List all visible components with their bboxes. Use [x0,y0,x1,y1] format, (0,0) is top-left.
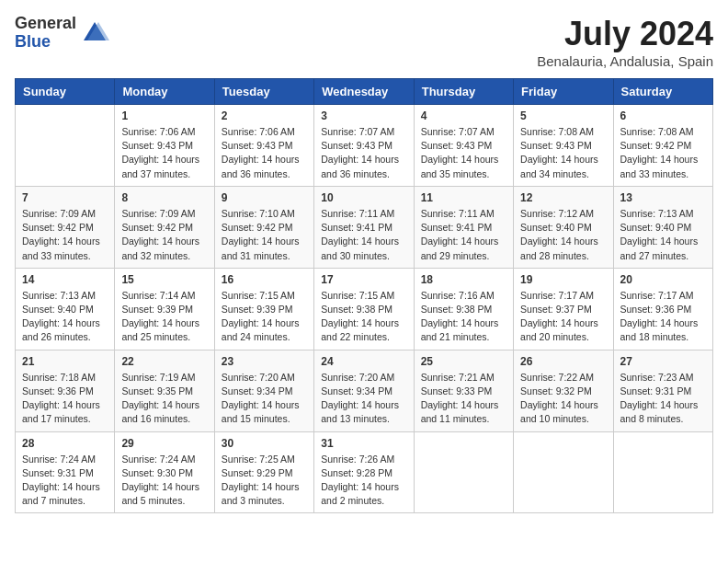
calendar-cell: 3Sunrise: 7:07 AM Sunset: 9:43 PM Daylig… [314,105,414,187]
day-info: Sunrise: 7:07 AM Sunset: 9:43 PM Dayligh… [321,125,406,181]
calendar-cell: 2Sunrise: 7:06 AM Sunset: 9:43 PM Daylig… [214,105,313,187]
calendar-table: SundayMondayTuesdayWednesdayThursdayFrid… [15,78,713,513]
calendar-cell: 14Sunrise: 7:13 AM Sunset: 9:40 PM Dayli… [16,268,115,350]
calendar-week-row: 14Sunrise: 7:13 AM Sunset: 9:40 PM Dayli… [16,268,713,350]
day-info: Sunrise: 7:23 AM Sunset: 9:31 PM Dayligh… [620,371,706,427]
calendar-cell: 22Sunrise: 7:19 AM Sunset: 9:35 PM Dayli… [115,350,214,431]
calendar-cell: 16Sunrise: 7:15 AM Sunset: 9:39 PM Dayli… [214,268,313,350]
day-number: 24 [321,355,406,368]
calendar-cell [414,431,513,513]
calendar-cell: 27Sunrise: 7:23 AM Sunset: 9:31 PM Dayli… [613,350,712,431]
calendar-cell: 18Sunrise: 7:16 AM Sunset: 9:38 PM Dayli… [414,268,513,350]
calendar-cell: 13Sunrise: 7:13 AM Sunset: 9:40 PM Dayli… [613,186,712,268]
day-number: 28 [22,437,108,450]
page-header: General Blue July 2024 Benalauria, Andal… [15,15,713,69]
calendar-cell: 28Sunrise: 7:24 AM Sunset: 9:31 PM Dayli… [16,431,115,513]
calendar-cell: 12Sunrise: 7:12 AM Sunset: 9:40 PM Dayli… [514,186,613,268]
day-number: 7 [22,191,108,204]
calendar-cell: 9Sunrise: 7:10 AM Sunset: 9:42 PM Daylig… [214,186,313,268]
day-number: 29 [121,437,207,450]
day-number: 11 [421,191,506,204]
day-info: Sunrise: 7:13 AM Sunset: 9:40 PM Dayligh… [22,289,108,345]
day-number: 19 [520,273,606,286]
day-number: 25 [421,355,506,368]
calendar-cell [514,431,613,513]
day-number: 22 [121,355,207,368]
calendar-cell: 25Sunrise: 7:21 AM Sunset: 9:33 PM Dayli… [414,350,513,431]
day-info: Sunrise: 7:20 AM Sunset: 9:34 PM Dayligh… [321,371,406,427]
day-number: 16 [222,273,307,286]
day-number: 13 [620,191,706,204]
calendar-week-row: 28Sunrise: 7:24 AM Sunset: 9:31 PM Dayli… [16,431,713,513]
day-info: Sunrise: 7:24 AM Sunset: 9:31 PM Dayligh… [22,453,108,509]
day-number: 26 [520,355,606,368]
calendar-cell: 17Sunrise: 7:15 AM Sunset: 9:38 PM Dayli… [314,268,414,350]
day-number: 14 [22,273,108,286]
calendar-cell: 7Sunrise: 7:09 AM Sunset: 9:42 PM Daylig… [16,186,115,268]
calendar-cell: 19Sunrise: 7:17 AM Sunset: 9:37 PM Dayli… [514,268,613,350]
calendar-cell [613,431,712,513]
calendar-header-row: SundayMondayTuesdayWednesdayThursdayFrid… [16,79,713,105]
logo-icon [80,18,109,48]
day-info: Sunrise: 7:06 AM Sunset: 9:43 PM Dayligh… [121,125,207,181]
day-number: 6 [620,109,706,122]
day-info: Sunrise: 7:22 AM Sunset: 9:32 PM Dayligh… [520,371,606,427]
calendar-cell: 29Sunrise: 7:24 AM Sunset: 9:30 PM Dayli… [115,431,214,513]
day-number: 12 [520,191,606,204]
calendar-cell: 21Sunrise: 7:18 AM Sunset: 9:36 PM Dayli… [16,350,115,431]
day-info: Sunrise: 7:24 AM Sunset: 9:30 PM Dayligh… [121,453,207,509]
day-info: Sunrise: 7:25 AM Sunset: 9:29 PM Dayligh… [222,453,307,509]
day-number: 27 [620,355,706,368]
day-number: 30 [222,437,307,450]
day-number: 5 [520,109,606,122]
day-number: 20 [620,273,706,286]
day-number: 15 [121,273,207,286]
calendar-cell: 30Sunrise: 7:25 AM Sunset: 9:29 PM Dayli… [214,431,313,513]
day-info: Sunrise: 7:21 AM Sunset: 9:33 PM Dayligh… [421,371,506,427]
day-info: Sunrise: 7:16 AM Sunset: 9:38 PM Dayligh… [421,289,506,345]
day-info: Sunrise: 7:17 AM Sunset: 9:36 PM Dayligh… [620,289,706,345]
calendar-cell: 1Sunrise: 7:06 AM Sunset: 9:43 PM Daylig… [115,105,214,187]
day-info: Sunrise: 7:10 AM Sunset: 9:42 PM Dayligh… [222,207,307,263]
day-number: 1 [121,109,207,122]
day-number: 21 [22,355,108,368]
calendar-cell: 6Sunrise: 7:08 AM Sunset: 9:42 PM Daylig… [613,105,712,187]
calendar-day-header: Saturday [613,79,712,105]
calendar-day-header: Thursday [414,79,513,105]
logo: General Blue [15,15,109,52]
day-number: 17 [321,273,406,286]
day-info: Sunrise: 7:11 AM Sunset: 9:41 PM Dayligh… [421,207,506,263]
day-info: Sunrise: 7:12 AM Sunset: 9:40 PM Dayligh… [520,207,606,263]
day-info: Sunrise: 7:19 AM Sunset: 9:35 PM Dayligh… [121,371,207,427]
calendar-day-header: Wednesday [314,79,414,105]
day-number: 10 [321,191,406,204]
day-info: Sunrise: 7:13 AM Sunset: 9:40 PM Dayligh… [620,207,706,263]
calendar-cell: 24Sunrise: 7:20 AM Sunset: 9:34 PM Dayli… [314,350,414,431]
day-number: 18 [421,273,506,286]
calendar-cell: 31Sunrise: 7:26 AM Sunset: 9:28 PM Dayli… [314,431,414,513]
day-info: Sunrise: 7:09 AM Sunset: 9:42 PM Dayligh… [22,207,108,263]
calendar-day-header: Sunday [16,79,115,105]
day-number: 9 [222,191,307,204]
main-title: July 2024 [537,15,713,53]
day-number: 31 [321,437,406,450]
title-area: July 2024 Benalauria, Andalusia, Spain [537,15,713,69]
calendar-cell: 10Sunrise: 7:11 AM Sunset: 9:41 PM Dayli… [314,186,414,268]
day-info: Sunrise: 7:26 AM Sunset: 9:28 PM Dayligh… [321,453,406,509]
day-info: Sunrise: 7:14 AM Sunset: 9:39 PM Dayligh… [121,289,207,345]
calendar-cell: 20Sunrise: 7:17 AM Sunset: 9:36 PM Dayli… [613,268,712,350]
day-number: 3 [321,109,406,122]
calendar-week-row: 21Sunrise: 7:18 AM Sunset: 9:36 PM Dayli… [16,350,713,431]
calendar-week-row: 7Sunrise: 7:09 AM Sunset: 9:42 PM Daylig… [16,186,713,268]
day-info: Sunrise: 7:15 AM Sunset: 9:38 PM Dayligh… [321,289,406,345]
calendar-cell: 26Sunrise: 7:22 AM Sunset: 9:32 PM Dayli… [514,350,613,431]
calendar-cell: 5Sunrise: 7:08 AM Sunset: 9:43 PM Daylig… [514,105,613,187]
calendar-cell: 4Sunrise: 7:07 AM Sunset: 9:43 PM Daylig… [414,105,513,187]
calendar-cell: 8Sunrise: 7:09 AM Sunset: 9:42 PM Daylig… [115,186,214,268]
day-info: Sunrise: 7:15 AM Sunset: 9:39 PM Dayligh… [222,289,307,345]
logo-general-text: General [15,15,76,33]
subtitle: Benalauria, Andalusia, Spain [537,53,713,69]
day-info: Sunrise: 7:17 AM Sunset: 9:37 PM Dayligh… [520,289,606,345]
day-info: Sunrise: 7:11 AM Sunset: 9:41 PM Dayligh… [321,207,406,263]
calendar-week-row: 1Sunrise: 7:06 AM Sunset: 9:43 PM Daylig… [16,105,713,187]
